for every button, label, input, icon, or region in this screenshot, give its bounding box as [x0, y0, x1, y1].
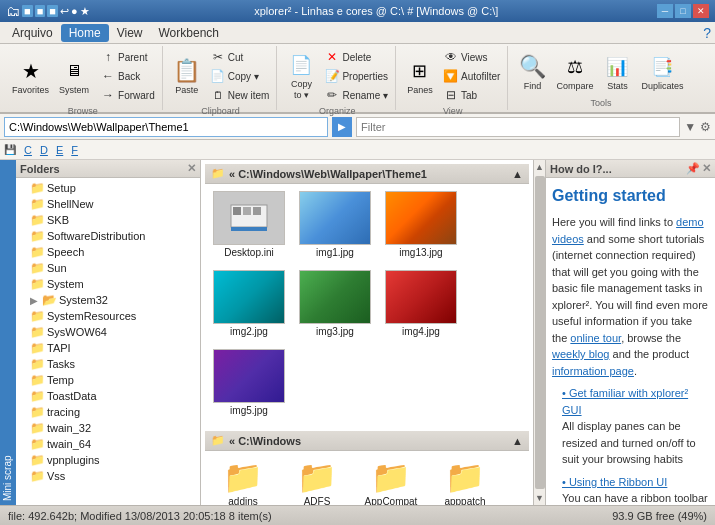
sidebar-close-button[interactable]: ✕ — [187, 162, 196, 175]
file-img1[interactable]: img1.jpg — [295, 188, 375, 261]
file-img3[interactable]: img3.jpg — [295, 267, 375, 340]
folder-tracing[interactable]: 📁 tracing — [18, 404, 198, 420]
folder-icon: 📁 — [30, 325, 45, 339]
find-button[interactable]: 🔍 Find — [514, 51, 550, 94]
file-thumbnail — [385, 191, 457, 245]
folder-syswow64[interactable]: 📁 SysWOW64 — [18, 324, 198, 340]
panes-button[interactable]: ⊞ Panes — [402, 55, 438, 98]
folder-appcompat[interactable]: 📁 AppCompat — [357, 455, 425, 505]
copy-button[interactable]: 📄Copy ▾ — [207, 67, 273, 85]
folder-setup[interactable]: 📁 Setup — [18, 180, 198, 196]
folder-addins[interactable]: 📁 addins — [209, 455, 277, 505]
help-close-icon[interactable]: ✕ — [702, 162, 711, 175]
file-thumbnail — [299, 270, 371, 324]
help-pane: How do I?... 📌 ✕ Getting started Here yo… — [545, 160, 715, 505]
copyto-button[interactable]: 📄 Copyto ▾ — [283, 49, 319, 103]
address-input[interactable] — [4, 117, 328, 137]
svg-rect-2 — [231, 227, 267, 231]
file-thumbnail — [299, 191, 371, 245]
stats-button[interactable]: 📊 Stats — [599, 51, 635, 94]
maximize-button[interactable]: □ — [675, 4, 691, 18]
menu-view[interactable]: View — [109, 24, 151, 42]
help-bullet-title-2[interactable]: • Using the Ribbon UI — [562, 474, 709, 491]
menu-home[interactable]: Home — [61, 24, 109, 42]
folder-vpnplugins[interactable]: 📁 vpnplugins — [18, 452, 198, 468]
drive-d[interactable]: D — [40, 144, 48, 156]
filepane-scrollbar[interactable]: ▲ ▼ — [533, 160, 545, 505]
compare-button[interactable]: ⚖ Compare — [552, 51, 597, 94]
folder-tapi[interactable]: 📁 TAPI — [18, 340, 198, 356]
folder-systemresources[interactable]: 📁 SystemResources — [18, 308, 198, 324]
folder-name: ADFS — [304, 496, 331, 505]
duplicates-button[interactable]: 📑 Duplicates — [637, 51, 687, 94]
file-img4[interactable]: img4.jpg — [381, 267, 461, 340]
drive-e[interactable]: E — [56, 144, 63, 156]
folder-softwaredistribution[interactable]: 📁 SoftwareDistribution — [18, 228, 198, 244]
tab-button[interactable]: ⊟Tab — [440, 86, 503, 104]
folder-sun[interactable]: 📁 Sun — [18, 260, 198, 276]
ribbon-group-view: ⊞ Panes 👁Views 🔽Autofilter ⊟Tab View — [398, 46, 508, 110]
folder-adfs[interactable]: 📁 ADFS — [283, 455, 351, 505]
folder-system[interactable]: 📁 System — [18, 276, 198, 292]
ribbon-group-organize: 📄 Copyto ▾ ✕Delete 📝Properties ✏Rename ▾… — [279, 46, 396, 110]
folder-icon: 📁 — [30, 181, 45, 195]
filter-input[interactable] — [356, 117, 680, 137]
help-pin-icon[interactable]: 📌 — [686, 162, 700, 175]
section-scroll-up2[interactable]: ▲ — [512, 435, 523, 447]
help-bullet-title-1[interactable]: • Get familiar with xplorer² GUI — [562, 385, 709, 418]
folder-system32[interactable]: ▶ 📂 System32 — [18, 292, 198, 308]
paste-button[interactable]: 📋 Paste — [169, 55, 205, 98]
forward-button[interactable]: →Forward — [97, 86, 158, 104]
cut-button[interactable]: ✂Cut — [207, 48, 273, 66]
section-scroll-up[interactable]: ▲ — [512, 168, 523, 180]
back-button[interactable]: ←Back — [97, 67, 158, 85]
folder-twain32[interactable]: 📁 twain_32 — [18, 420, 198, 436]
properties-button[interactable]: 📝Properties — [321, 67, 391, 85]
browse-group-label: Browse — [8, 104, 158, 116]
file-img5[interactable]: img5.jpg — [209, 346, 289, 419]
help-header: How do I?... 📌 ✕ — [546, 160, 715, 178]
minimize-button[interactable]: ─ — [657, 4, 673, 18]
settings-icon[interactable]: ⚙ — [700, 120, 711, 134]
help-link-tour[interactable]: online tour — [570, 332, 621, 344]
help-text-intro: Here you will find links to demo videos … — [552, 214, 709, 379]
drive-c[interactable]: C — [24, 144, 32, 156]
scroll-thumb[interactable] — [535, 176, 545, 489]
folder-shellnew[interactable]: 📁 ShellNew — [18, 196, 198, 212]
file-desktop-ini[interactable]: Desktop.ini — [209, 188, 289, 261]
new-item-button[interactable]: 🗒New item — [207, 86, 273, 104]
folder-tasks[interactable]: 📁 Tasks — [18, 356, 198, 372]
autofilter-button[interactable]: 🔽Autofilter — [440, 67, 503, 85]
close-button[interactable]: ✕ — [693, 4, 709, 18]
delete-button[interactable]: ✕Delete — [321, 48, 391, 66]
rename-button[interactable]: ✏Rename ▾ — [321, 86, 391, 104]
folder-icon-large: 📁 — [223, 458, 263, 496]
help-link-blog[interactable]: weekly blog — [552, 348, 609, 360]
folder-name: addins — [228, 496, 257, 505]
system-button[interactable]: 🖥 System — [55, 55, 93, 98]
menu-workbench[interactable]: Workbench — [151, 24, 227, 42]
folder-twain64[interactable]: 📁 twain_64 — [18, 436, 198, 452]
help-link-info[interactable]: information page — [552, 365, 634, 377]
mini-scrap-tab[interactable]: Mini scrap — [0, 160, 16, 505]
titlebar: 🗂 ■ ■ ■ ↩ ● ★ xplorer² - Linhas e cores … — [0, 0, 715, 22]
file-img2[interactable]: img2.jpg — [209, 267, 289, 340]
go-button[interactable]: ▶ — [332, 117, 352, 137]
help-link-demo[interactable]: demo videos — [552, 216, 704, 245]
views-button[interactable]: 👁Views — [440, 48, 503, 66]
folder-vss[interactable]: 📁 Vss — [18, 468, 198, 484]
drive-f[interactable]: F — [71, 144, 78, 156]
folder-speech[interactable]: 📁 Speech — [18, 244, 198, 260]
sidebar-title: Folders — [20, 163, 60, 175]
favorites-button[interactable]: ★ Favorites — [8, 55, 53, 98]
help-icon[interactable]: ? — [703, 25, 711, 41]
ribbon-group-browse: ★ Favorites 🖥 System ↑Parent ←Back →Forw… — [4, 46, 163, 110]
folder-skb[interactable]: 📁 SKB — [18, 212, 198, 228]
svg-rect-4 — [243, 207, 251, 215]
folder-temp[interactable]: 📁 Temp — [18, 372, 198, 388]
folder-apppatch[interactable]: 📁 apppatch — [431, 455, 499, 505]
folder-toastdata[interactable]: 📁 ToastData — [18, 388, 198, 404]
menu-arquivo[interactable]: Arquivo — [4, 24, 61, 42]
parent-button[interactable]: ↑Parent — [97, 48, 158, 66]
file-img13[interactable]: img13.jpg — [381, 188, 461, 261]
